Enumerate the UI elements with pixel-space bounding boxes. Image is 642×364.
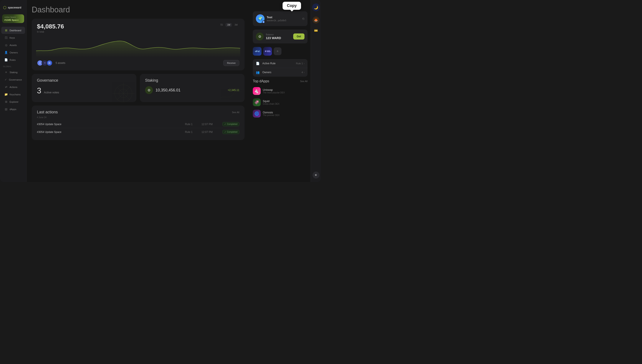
sidebar-icon-dashboard: ⊞ [4,29,8,32]
status-text: Completed [227,131,238,133]
action-name: #3054 Update Space [37,130,182,134]
sidebar-label-dapps: dApps [10,108,16,110]
user-card: 🌍 ⛓ Test warden1k...px5sfbr5 ⎋ [253,11,308,26]
space-info-card: 📄 Active Rule Rule 1 › 👥 Owners 4 › [253,59,308,77]
add-chain-button[interactable]: + [274,47,282,55]
sidebar-label-assets: Assets [10,44,17,46]
receive-button[interactable]: Receive [223,60,239,66]
active-rule-label: Active Rule [262,62,276,65]
active-rule-right: Rule 1 › [296,62,304,65]
copy-tooltip-area: Copy 🌍 ⛓ Test warden1k...px5sfbr5 ⎋ [253,4,308,26]
dapp-info-osmosis: Osmosis The premier DEX [263,111,308,116]
owners-label: Owners [262,71,271,74]
portfolio-card: $4,085.76 In total 7D 1M 3M [32,19,244,70]
staking-card[interactable]: Staking ⚙ 10,350,456.01 +2,345.11 [140,74,244,102]
copy-tooltip: Copy [282,2,301,10]
dapp-item-osmosis[interactable]: 🌀 Osmosis The premier DEX [253,108,308,119]
active-rule-left: 📄 Active Rule [256,62,276,65]
right-panel: Copy 🌍 ⛓ Test warden1k...px5sfbr5 ⎋ ⚙ [250,0,310,182]
sidebar-item-keychains[interactable]: 📁 Keychains [1,91,25,98]
time-filter-3m[interactable]: 3M [233,23,239,27]
theme-moon-icon[interactable]: 🌙 [312,4,320,11]
dapps-section: Top dApps See All 🦄 Uniswap The most pop… [253,79,308,178]
last-actions-card: Last actions See All 4 June 24 #3054 Upd… [32,106,244,140]
balance-amount: 123 WARD [266,36,291,40]
sidebar-item-assets[interactable]: ◎ Assets [1,42,25,49]
balance-label: Balance [266,34,291,36]
chains-row: ⟡Fel ⚛Wb + [253,46,308,56]
owners-row[interactable]: 👥 Owners 4 › [253,68,308,77]
sidebar-item-explorer[interactable]: ⊞ Explorer [1,98,25,105]
sidebar-icon-governance: ✓ [4,78,7,81]
main-content: Dashboard $4,085.76 In total 7D 1M 3M [26,0,250,182]
action-name: #3054 Update Space [37,123,182,126]
governance-vote-count: 3 [37,86,41,95]
sidebar: ⬡ spaceward Active Space #1345 Space ⊞ D… [0,0,26,182]
sidebar-icon-staking: ≡ [4,70,8,74]
logout-button[interactable]: ⎋ [302,17,304,21]
action-status-badge: ✓ Completed [222,122,239,126]
dapp-icon-osmosis: 🌀 [253,110,260,118]
time-filter-7d[interactable]: 7D [218,23,224,27]
owners-chevron: › [304,71,304,74]
sidebar-item-rules[interactable]: 📄 Rules [1,56,25,64]
get-ward-button[interactable]: Get [293,34,304,40]
action-time: 12:07 PM [202,130,219,134]
cards-row: Governance 3 Active votes Staking ⚙ 10,3… [32,74,244,102]
balance-card: ⚙ Balance 123 WARD Get [253,30,308,44]
checkmark-icon: ✓ [224,131,226,133]
actions-header: Last actions See All [37,110,239,114]
dapps-see-all[interactable]: See All [300,80,308,82]
sidebar-item-dashboard[interactable]: ⊞ Dashboard [1,27,25,34]
actions-see-all[interactable]: See All [232,111,239,114]
portfolio-chart [36,36,240,57]
dapps-title: Top dApps [253,79,269,83]
theme-sun-icon[interactable]: ☀ [312,172,320,178]
chain-eth[interactable]: ⟡Fel [253,47,262,56]
sidebar-logo: ⬡ spaceward [0,4,26,14]
sidebar-icon-rules: 📄 [4,58,8,62]
sidebar-icon-assets: ◎ [4,44,8,47]
dapp-name-squid: Squid [263,100,308,103]
actions-title: Last actions [37,110,58,114]
user-avatar-icon[interactable]: 🦊 [312,16,320,24]
balance-info: Balance 123 WARD [266,34,291,40]
sidebar-icon-keychains: 📁 [4,93,8,96]
sidebar-item-staking[interactable]: ≡ Staking [1,69,25,76]
sidebar-item-owners[interactable]: 👤 Owners [1,49,25,56]
dapp-info-squid: Squid Cross-chain DEX [263,100,308,105]
sidebar-icon-keys: ⚿ [4,36,8,39]
wallet-icon[interactable]: 💳 [312,27,320,34]
user-info: Test warden1k...px5sfbr5 [267,16,300,22]
governance-card[interactable]: Governance 3 Active votes [32,74,136,102]
governance-vote-label: Active votes [44,91,59,94]
staking-icon: ⚙ [145,86,153,94]
sidebar-item-dapps[interactable]: ▤ dApps [1,106,25,113]
sidebar-label-staking: Staking [10,71,18,74]
action-time: 12:07 PM [202,123,219,126]
chain-cosmos[interactable]: ⚛Wb [263,47,272,56]
sidebar-item-keys[interactable]: ⚿ Keys [1,34,25,41]
status-text: Completed [227,123,238,125]
action-status-badge: ✓ Completed [222,130,239,134]
sidebar-nav: ⊞ Dashboard ⚿ Keys ◎ Assets 👤 Owners 📄 R… [0,26,26,64]
dapp-item-uniswap[interactable]: 🦄 Uniswap The most popular DEX [253,85,308,97]
action-row: #3054 Update Space Rule 1 12:07 PM ✓ Com… [37,128,239,136]
owners-icon: 👥 [256,70,260,74]
user-address: warden1k...px5sfbr5 [267,19,300,22]
active-rule-row[interactable]: 📄 Active Rule Rule 1 › [253,59,308,68]
sidebar-label-dashboard: Dashboard [10,29,21,32]
staking-amount: 10,350,456.01 [156,88,180,92]
sidebar-item-actions[interactable]: ⇄ Actions [1,84,25,90]
active-space-card[interactable]: Active Space #1345 Space [2,14,24,23]
active-rule-chevron: › [304,62,304,65]
dapps-list: 🦄 Uniswap The most popular DEX 🦑 Squid C… [253,85,308,119]
dapp-item-squid[interactable]: 🦑 Squid Cross-chain DEX [253,97,308,108]
action-rule: Rule 1 [185,123,198,126]
sidebar-label-explorer: Explorer [10,100,18,103]
sidebar-label-keychains: Keychains [10,93,21,96]
time-filter-1m[interactable]: 1M [226,23,232,27]
sidebar-icon-dapps: ▤ [4,108,8,111]
sidebar-item-governance[interactable]: ✓ Governance [1,76,25,83]
sidebar-icon-actions: ⇄ [4,85,8,88]
